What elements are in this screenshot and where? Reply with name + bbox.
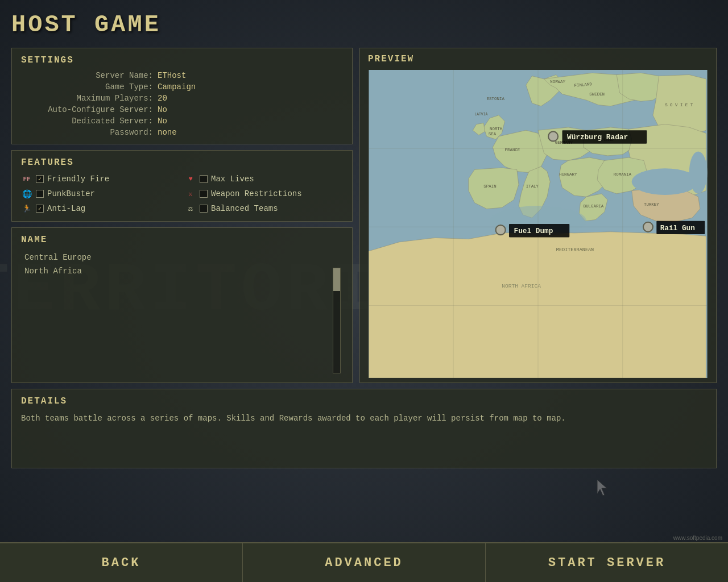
svg-text:ROMANIA: ROMANIA bbox=[614, 172, 632, 177]
svg-text:Rail Gun: Rail Gun bbox=[660, 224, 695, 232]
svg-text:LATVIA: LATVIA bbox=[474, 113, 487, 117]
svg-point-20 bbox=[689, 151, 708, 193]
settings-grid: Server Name: ETHost Game Type: Campaign … bbox=[21, 71, 343, 137]
feature-balanced-teams[interactable]: ⚖ Balanced Teams bbox=[185, 203, 343, 214]
label-auto-configure: Auto-Configure Server: bbox=[21, 105, 158, 114]
weapon-restrictions-checkbox[interactable] bbox=[200, 190, 208, 198]
setting-row-password: Password: none bbox=[21, 128, 343, 137]
start-server-button[interactable]: START SERVER bbox=[486, 543, 728, 582]
anti-lag-icon: 🏃 bbox=[21, 203, 32, 214]
value-auto-configure: No bbox=[158, 105, 167, 114]
left-panel: SETTINGS Server Name: ETHost Game Type: … bbox=[11, 48, 353, 383]
friendly-fire-checkbox[interactable] bbox=[36, 175, 44, 183]
name-item-central-europe[interactable]: Central Europe bbox=[21, 251, 343, 264]
svg-text:HUNGARY: HUNGARY bbox=[559, 172, 577, 177]
weapon-restrictions-icon: ⚔ bbox=[185, 188, 196, 199]
svg-text:SEA: SEA bbox=[489, 132, 497, 136]
setting-row-auto-configure: Auto-Configure Server: No bbox=[21, 105, 343, 114]
name-title: NAME bbox=[21, 235, 343, 245]
feature-max-lives[interactable]: ♥ Max Lives bbox=[185, 173, 343, 185]
details-title: DETAILS bbox=[21, 396, 707, 406]
svg-text:NORTH AFRICA: NORTH AFRICA bbox=[502, 283, 541, 289]
feature-punkbuster[interactable]: 🌐 PunkBuster bbox=[21, 188, 179, 199]
svg-point-19 bbox=[632, 168, 698, 195]
scroll-thumb bbox=[333, 268, 340, 291]
value-dedicated-server: No bbox=[158, 117, 167, 126]
svg-text:NORWAY: NORWAY bbox=[550, 80, 565, 84]
value-server-name: ETHost bbox=[158, 71, 186, 80]
name-section: NAME Central Europe North Africa bbox=[11, 227, 353, 383]
svg-text:Würzburg Radar: Würzburg Radar bbox=[567, 133, 628, 142]
name-item-north-africa[interactable]: North Africa bbox=[21, 264, 343, 278]
svg-text:Fuel Dump: Fuel Dump bbox=[514, 227, 553, 235]
preview-title: PREVIEW bbox=[360, 48, 716, 70]
setting-row-game-type: Game Type: Campaign bbox=[21, 82, 343, 92]
friendly-fire-label: Friendly Fire bbox=[47, 174, 109, 184]
svg-text:ITALY: ITALY bbox=[526, 184, 539, 189]
name-list: Central Europe North Africa bbox=[21, 251, 343, 376]
back-button[interactable]: BACK bbox=[0, 543, 243, 582]
svg-point-52 bbox=[643, 222, 653, 232]
balanced-teams-label: Balanced Teams bbox=[211, 204, 278, 213]
svg-text:TURKEY: TURKEY bbox=[644, 202, 659, 207]
svg-text:SWEDEN: SWEDEN bbox=[589, 92, 605, 97]
name-scrollbar[interactable] bbox=[333, 268, 341, 373]
map-container: FINLAND NORWAY SWEDEN S O V I E T NORTH … bbox=[365, 70, 712, 378]
svg-text:BULGARIA: BULGARIA bbox=[584, 204, 604, 209]
svg-text:MEDITERRANEAN: MEDITERRANEAN bbox=[556, 247, 594, 253]
settings-title: SETTINGS bbox=[21, 55, 343, 65]
anti-lag-label: Anti-Lag bbox=[47, 204, 85, 213]
features-section: FEATURES FF Friendly Fire ♥ Max Lives bbox=[11, 150, 353, 222]
feature-friendly-fire[interactable]: FF Friendly Fire bbox=[21, 173, 179, 185]
max-lives-label: Max Lives bbox=[211, 174, 254, 184]
svg-point-46 bbox=[548, 131, 558, 141]
setting-row-server-name: Server Name: ETHost bbox=[21, 71, 343, 80]
balanced-teams-icon: ⚖ bbox=[185, 203, 196, 214]
anti-lag-checkbox[interactable] bbox=[36, 205, 44, 213]
svg-text:S O V I E T: S O V I E T bbox=[665, 103, 693, 107]
features-grid: FF Friendly Fire ♥ Max Lives 🌐 Pun bbox=[21, 173, 343, 214]
label-server-name: Server Name: bbox=[21, 71, 158, 80]
svg-point-49 bbox=[496, 225, 506, 235]
bottom-bar: BACK ADVANCED START SERVER bbox=[0, 542, 728, 582]
setting-row-dedicated-server: Dedicated Server: No bbox=[21, 117, 343, 126]
value-max-players: 20 bbox=[158, 94, 167, 103]
preview-section: PREVIEW bbox=[359, 48, 717, 383]
label-dedicated-server: Dedicated Server: bbox=[21, 117, 158, 126]
svg-text:SPAIN: SPAIN bbox=[483, 184, 496, 189]
punkbuster-label: PunkBuster bbox=[47, 189, 95, 198]
friendly-fire-icon: FF bbox=[21, 173, 32, 185]
map-svg: FINLAND NORWAY SWEDEN S O V I E T NORTH … bbox=[365, 70, 712, 378]
svg-text:FRANCE: FRANCE bbox=[505, 148, 520, 152]
feature-weapon-restrictions[interactable]: ⚔ Weapon Restrictions bbox=[185, 188, 343, 199]
balanced-teams-checkbox[interactable] bbox=[200, 205, 208, 213]
max-lives-icon: ♥ bbox=[185, 173, 196, 185]
label-password: Password: bbox=[21, 128, 158, 137]
value-game-type: Campaign bbox=[158, 82, 196, 92]
max-lives-checkbox[interactable] bbox=[200, 175, 208, 183]
features-title: FEATURES bbox=[21, 157, 343, 168]
svg-text:NORTH: NORTH bbox=[490, 127, 502, 131]
weapon-restrictions-label: Weapon Restrictions bbox=[211, 189, 302, 198]
feature-anti-lag[interactable]: 🏃 Anti-Lag bbox=[21, 203, 179, 214]
settings-section: SETTINGS Server Name: ETHost Game Type: … bbox=[11, 48, 353, 144]
details-section: DETAILS Both teams battle across a serie… bbox=[11, 389, 717, 468]
advanced-button[interactable]: ADVANCED bbox=[243, 543, 486, 582]
label-max-players: Maximum Players: bbox=[21, 94, 158, 103]
setting-row-max-players: Maximum Players: 20 bbox=[21, 94, 343, 103]
punkbuster-checkbox[interactable] bbox=[36, 190, 44, 198]
value-password: none bbox=[158, 128, 177, 137]
punkbuster-icon: 🌐 bbox=[21, 188, 32, 199]
page-title: HOST GAME bbox=[11, 11, 717, 39]
content-area: SETTINGS Server Name: ETHost Game Type: … bbox=[11, 48, 717, 383]
svg-text:ESTONIA: ESTONIA bbox=[487, 97, 505, 101]
label-game-type: Game Type: bbox=[21, 82, 158, 92]
details-text: Both teams battle across a series of map… bbox=[21, 412, 707, 425]
svg-marker-17 bbox=[369, 232, 706, 378]
